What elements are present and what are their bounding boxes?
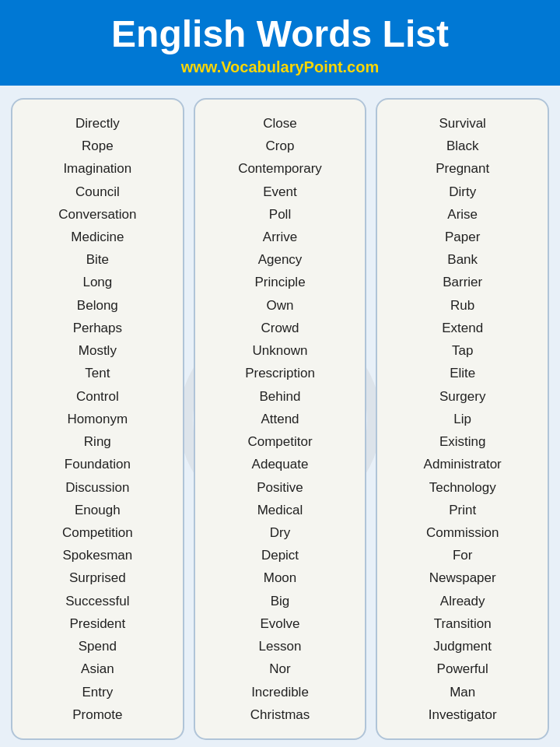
- word-item: Competitor: [201, 430, 359, 453]
- word-item: Promote: [19, 703, 177, 726]
- word-item: Positive: [201, 476, 359, 499]
- word-item: Conversation: [19, 203, 177, 226]
- word-item: Prescription: [201, 362, 359, 384]
- word-item: Medicine: [19, 226, 177, 248]
- word-item: Enough: [19, 499, 177, 521]
- word-item: Foundation: [19, 453, 177, 475]
- word-item: Directly: [19, 112, 177, 135]
- word-item: Belong: [19, 294, 177, 317]
- word-item: Competition: [19, 521, 177, 544]
- words-content: VOCAB ULARY POINT DirectlyRopeImaginatio…: [0, 86, 560, 747]
- word-item: Crowd: [201, 317, 359, 339]
- word-item: Technology: [383, 476, 541, 499]
- word-item: Principle: [201, 271, 359, 293]
- word-item: Lip: [383, 408, 541, 430]
- column-2: CloseCropContemporaryEventPollArriveAgen…: [194, 98, 367, 740]
- word-item: Tap: [383, 339, 541, 362]
- word-item: Big: [201, 590, 359, 612]
- word-item: Transition: [383, 612, 541, 635]
- word-item: Medical: [201, 499, 359, 521]
- word-item: Crop: [201, 135, 359, 157]
- word-item: Survival: [383, 112, 541, 135]
- word-item: Judgment: [383, 635, 541, 658]
- word-item: Behind: [201, 385, 359, 408]
- word-item: Spend: [19, 635, 177, 658]
- word-item: Asian: [19, 658, 177, 680]
- page-title: English Words List: [16, 14, 544, 55]
- word-item: Bank: [383, 248, 541, 271]
- word-item: Control: [19, 385, 177, 408]
- word-item: Agency: [201, 248, 359, 271]
- word-item: Evolve: [201, 612, 359, 635]
- word-item: Dirty: [383, 181, 541, 203]
- column-3: SurvivalBlackPregnantDirtyArisePaperBank…: [376, 98, 549, 740]
- word-item: Rope: [19, 135, 177, 157]
- word-item: Arrive: [201, 226, 359, 248]
- word-item: Attend: [201, 408, 359, 430]
- word-item: Commission: [383, 521, 541, 544]
- word-item: President: [19, 612, 177, 635]
- word-item: For: [383, 544, 541, 566]
- word-item: Council: [19, 181, 177, 203]
- word-item: Poll: [201, 203, 359, 226]
- word-item: Pregnant: [383, 157, 541, 180]
- word-item: Elite: [383, 362, 541, 384]
- word-item: Close: [201, 112, 359, 135]
- word-item: Homonym: [19, 408, 177, 430]
- word-item: Perhaps: [19, 317, 177, 339]
- word-item: Own: [201, 294, 359, 317]
- word-item: Long: [19, 271, 177, 293]
- word-item: Print: [383, 499, 541, 521]
- word-item: Powerful: [383, 658, 541, 680]
- word-item: Newspaper: [383, 566, 541, 589]
- word-item: Rub: [383, 294, 541, 317]
- word-item: Event: [201, 181, 359, 203]
- word-item: Arise: [383, 203, 541, 226]
- word-item: Tent: [19, 362, 177, 384]
- word-item: Man: [383, 681, 541, 703]
- word-item: Incredible: [201, 681, 359, 703]
- word-item: Entry: [19, 681, 177, 703]
- page-header: English Words List www.VocabularyPoint.c…: [0, 0, 560, 86]
- word-item: Christmas: [201, 703, 359, 726]
- word-item: Imagination: [19, 157, 177, 180]
- word-item: Dry: [201, 521, 359, 544]
- word-item: Already: [383, 590, 541, 612]
- word-item: Investigator: [383, 703, 541, 726]
- word-item: Surprised: [19, 566, 177, 589]
- word-item: Existing: [383, 430, 541, 453]
- word-item: Barrier: [383, 271, 541, 293]
- website-url: www.VocabularyPoint.com: [16, 58, 544, 76]
- word-item: Ring: [19, 430, 177, 453]
- word-item: Administrator: [383, 453, 541, 475]
- word-item: Unknown: [201, 339, 359, 362]
- word-item: Extend: [383, 317, 541, 339]
- word-item: Moon: [201, 566, 359, 589]
- word-item: Adequate: [201, 453, 359, 475]
- word-item: Surgery: [383, 385, 541, 408]
- column-1: DirectlyRopeImaginationCouncilConversati…: [11, 98, 184, 740]
- word-item: Contemporary: [201, 157, 359, 180]
- word-item: Successful: [19, 590, 177, 612]
- word-item: Depict: [201, 544, 359, 566]
- word-item: Paper: [383, 226, 541, 248]
- word-item: Black: [383, 135, 541, 157]
- word-item: Bite: [19, 248, 177, 271]
- word-item: Nor: [201, 658, 359, 680]
- word-item: Discussion: [19, 476, 177, 499]
- word-item: Lesson: [201, 635, 359, 658]
- word-item: Mostly: [19, 339, 177, 362]
- word-item: Spokesman: [19, 544, 177, 566]
